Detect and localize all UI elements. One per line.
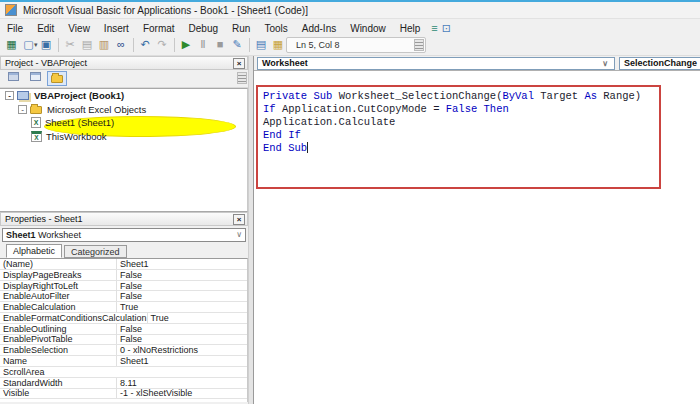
tab-alphabetic[interactable]: Alphabetic bbox=[6, 244, 62, 258]
reset-icon[interactable]: ■ bbox=[212, 37, 229, 53]
code-line: Application.Calculate bbox=[263, 116, 641, 129]
code-keyword: If bbox=[263, 103, 282, 115]
menu-addins[interactable]: Add-Ins bbox=[295, 22, 343, 35]
code-identifier: Application.Calculate bbox=[263, 116, 395, 128]
redo-icon[interactable]: ↷ bbox=[154, 37, 171, 53]
properties-object-selector[interactable]: Sheet1 Worksheet ∨ bbox=[2, 228, 246, 242]
line-column-indicator: Ln 5, Col 8 bbox=[286, 37, 426, 53]
properties-grid: (Name)Sheet1DisplayPageBreaksFalseDispla… bbox=[0, 258, 248, 402]
property-value[interactable]: True bbox=[147, 313, 247, 323]
property-value[interactable]: False bbox=[116, 334, 247, 344]
tree-expander-icon[interactable]: - bbox=[5, 91, 14, 100]
tree-item-vbaproject-book1[interactable]: -VBAProject (Book1) bbox=[0, 89, 247, 103]
property-value[interactable]: 8.11 bbox=[116, 378, 247, 388]
property-value[interactable]: False bbox=[116, 324, 247, 334]
project-toolbar-grip[interactable] bbox=[237, 72, 247, 84]
code-keyword: As bbox=[584, 90, 603, 102]
menu-format[interactable]: Format bbox=[136, 22, 182, 35]
menu-debug[interactable]: Debug bbox=[182, 22, 225, 35]
view-code-button[interactable] bbox=[3, 71, 23, 86]
properties-window-icon[interactable]: ▦ bbox=[270, 37, 287, 53]
tab-categorized[interactable]: Categorized bbox=[64, 245, 127, 258]
property-row: EnableCalculationTrue bbox=[0, 302, 247, 313]
property-name: StandardWidth bbox=[0, 378, 116, 388]
left-panels: Project - VBAProject × -VBAProject (Book… bbox=[0, 56, 248, 404]
cut-icon[interactable]: ✂ bbox=[62, 37, 79, 53]
project-explorer-icon[interactable]: ▤ bbox=[253, 37, 270, 53]
excel-view-icon[interactable]: ▦ bbox=[3, 37, 20, 53]
toggle-folders-button[interactable] bbox=[47, 71, 67, 86]
property-value[interactable]: False bbox=[116, 291, 247, 301]
menu-run[interactable]: Run bbox=[225, 22, 257, 35]
code-keyword: False bbox=[446, 103, 484, 115]
window-title: Microsoft Visual Basic for Applications … bbox=[23, 5, 308, 16]
code-line: Private Sub Worksheet_SelectionChange(By… bbox=[263, 90, 641, 103]
code-keyword: End Sub bbox=[263, 142, 307, 154]
project-toolbar bbox=[0, 70, 248, 88]
properties-close-button[interactable]: × bbox=[233, 214, 245, 225]
menu-help[interactable]: Help bbox=[393, 22, 428, 35]
code-keyword: Sub bbox=[313, 90, 338, 102]
property-value[interactable]: 0 - xlNoRestrictions bbox=[116, 345, 247, 355]
break-icon[interactable]: Ⅱ bbox=[195, 37, 212, 53]
property-value[interactable]: False bbox=[116, 281, 247, 291]
code-window: Worksheet ∨ SelectionChange Private Sub … bbox=[253, 56, 700, 404]
tree-item-microsoft-excel-objects[interactable]: -Microsoft Excel Objects bbox=[0, 103, 247, 117]
toolbar-grip-icon[interactable] bbox=[414, 39, 424, 51]
project-close-button[interactable]: × bbox=[233, 58, 245, 69]
property-row: DisplayPageBreaksFalse bbox=[0, 270, 247, 281]
chevron-down-icon: ∨ bbox=[602, 58, 608, 69]
lines-icon[interactable]: ≡ bbox=[431, 22, 437, 34]
property-name: EnableFormatConditionsCalculation bbox=[0, 313, 147, 323]
menu-tools[interactable]: Tools bbox=[257, 22, 294, 35]
design-mode-icon[interactable]: ✎ bbox=[229, 37, 246, 53]
tree-item-label: Sheet1 (Sheet1) bbox=[45, 117, 114, 128]
tree-item-label: VBAProject (Book1) bbox=[34, 90, 124, 101]
menu-bar: FileEditViewInsertFormatDebugRunToolsAdd… bbox=[0, 19, 700, 35]
property-row: NameSheet1 bbox=[0, 356, 247, 367]
property-name: DisplayPageBreaks bbox=[0, 270, 116, 280]
vb-app-icon bbox=[5, 4, 17, 16]
property-value[interactable]: Sheet1 bbox=[116, 356, 247, 366]
undo-icon[interactable]: ↶ bbox=[137, 37, 154, 53]
property-row: Visible-1 - xlSheetVisible bbox=[0, 389, 247, 400]
window-dot-icon[interactable]: ⊡ bbox=[442, 22, 451, 34]
project-panel-header: Project - VBAProject × bbox=[0, 56, 248, 70]
code-editor[interactable]: Private Sub Worksheet_SelectionChange(By… bbox=[254, 71, 700, 404]
code-dropdown-row: Worksheet ∨ SelectionChange bbox=[254, 56, 700, 71]
property-name: EnableAutoFilter bbox=[0, 291, 116, 301]
property-value[interactable]: False bbox=[116, 270, 247, 280]
event-dropdown[interactable]: SelectionChange bbox=[619, 57, 700, 70]
menu-view[interactable]: View bbox=[61, 22, 97, 35]
run-icon[interactable]: ▶ bbox=[178, 37, 195, 53]
paste-icon[interactable]: ▥ bbox=[96, 37, 113, 53]
copy-icon[interactable]: ▤ bbox=[79, 37, 96, 53]
property-value[interactable]: -1 - xlSheetVisible bbox=[116, 388, 247, 398]
menu-edit[interactable]: Edit bbox=[30, 22, 61, 35]
menu-file[interactable]: File bbox=[0, 22, 30, 35]
property-value[interactable]: True bbox=[116, 302, 247, 312]
view-object-button[interactable] bbox=[25, 71, 45, 86]
project-panel-title: Project - VBAProject bbox=[5, 58, 87, 68]
toolbar-separator bbox=[249, 38, 250, 52]
tree-item-thisworkbook[interactable]: XThisWorkbook bbox=[0, 130, 247, 144]
code-keyword: End If bbox=[263, 129, 301, 141]
menu-window[interactable]: Window bbox=[343, 22, 393, 35]
property-row: EnableAutoFilterFalse bbox=[0, 291, 247, 302]
toolbar-separator bbox=[58, 38, 59, 52]
menu-insert[interactable]: Insert bbox=[97, 22, 136, 35]
tree-expander-icon[interactable]: - bbox=[18, 105, 27, 114]
object-dropdown[interactable]: Worksheet ∨ bbox=[257, 57, 615, 70]
toolbar-separator bbox=[133, 38, 134, 52]
code-identifier: Application.CutCopyMode = bbox=[282, 103, 446, 115]
property-value[interactable]: Sheet1 bbox=[116, 259, 247, 269]
tree-item-sheet1-sheet1[interactable]: XSheet1 (Sheet1) bbox=[0, 116, 247, 130]
main-toolbar: ▦▢▾▣✂▤▥∞↶↷▶Ⅱ■✎▤▦◫⚒? Ln 5, Col 8 bbox=[0, 35, 700, 56]
property-name: Visible bbox=[0, 388, 116, 398]
save-icon[interactable]: ▣ bbox=[38, 37, 55, 53]
line-column-text: Ln 5, Col 8 bbox=[296, 40, 340, 50]
properties-panel-header: Properties - Sheet1 × bbox=[0, 212, 248, 226]
find-icon[interactable]: ∞ bbox=[113, 37, 130, 53]
property-name: (Name) bbox=[0, 259, 116, 269]
event-dropdown-value: SelectionChange bbox=[624, 58, 697, 68]
